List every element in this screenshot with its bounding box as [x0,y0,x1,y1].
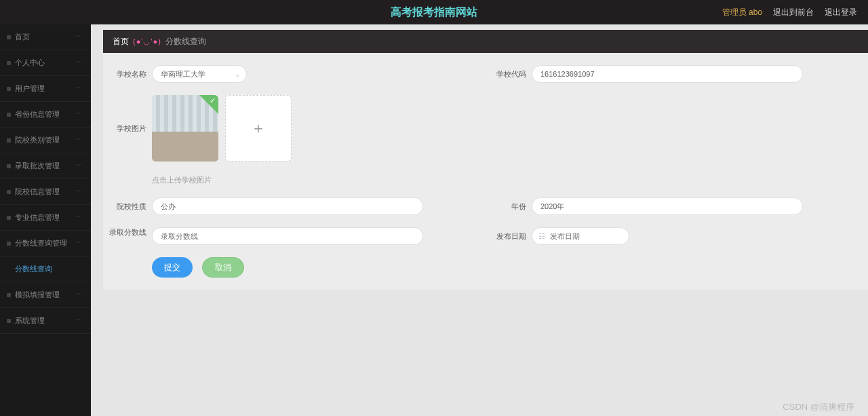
chevron-down-icon: ﹀ [75,33,81,41]
upload-hint: 点击上传学校图片 [108,175,854,185]
school-code-input[interactable] [532,65,803,83]
sidebar: 首页﹀ 个人中心﹀ 用户管理﹀ 省份信息管理﹀ 院校类别管理﹀ 录取批次管理﹀ … [0,24,91,416]
sidebar-item-label: 首页 [15,32,30,42]
form-panel: 学校名称 ⌄ 学校代码 学校图片 [103,53,868,290]
sidebar-item-label: 省份信息管理 [15,109,60,119]
sidebar-item-label: 系统管理 [15,316,45,326]
school-type-input[interactable] [152,197,423,215]
chevron-down-icon: ﹀ [75,136,81,145]
chevron-down-icon: ﹀ [75,58,81,67]
school-name-label: 学校名称 [108,69,146,79]
chevron-down-icon: ﹀ [75,316,81,325]
sidebar-item-label: 个人中心 [15,58,45,68]
school-name-select[interactable] [152,65,247,83]
breadcrumb-separator-icon: (●'◡'●) [133,37,161,46]
pubdate-input[interactable] [532,227,629,245]
chevron-down-icon: ﹀ [75,110,81,119]
sidebar-item-mock-apply[interactable]: 模拟填报管理﹀ [0,282,91,308]
sidebar-item-home[interactable]: 首页﹀ [0,24,91,50]
sidebar-item-system[interactable]: 系统管理﹀ [0,308,91,334]
calendar-icon: ☷ [538,232,545,241]
check-icon: ✓ [210,96,216,105]
breadcrumb: 首页 (●'◡'●) 分数线查询 [103,30,868,53]
score-input[interactable] [152,227,423,245]
site-title: 高考报考指南网站 [391,5,477,20]
cancel-button[interactable]: 取消 [202,257,244,278]
sidebar-item-label: 专业信息管理 [15,212,60,223]
plus-icon: ＋ [251,118,266,138]
breadcrumb-current: 分数线查询 [165,36,206,48]
sidebar-item-label: 用户管理 [15,83,45,94]
school-type-label: 院校性质 [108,202,146,212]
upload-add-button[interactable]: ＋ [225,95,292,162]
sidebar-item-school-info[interactable]: 院校信息管理﹀ [0,179,91,205]
sidebar-item-profile[interactable]: 个人中心﹀ [0,50,91,76]
top-header: 高考报考指南网站 管理员 abo 退出到前台 退出登录 [0,0,868,24]
school-image-label: 学校图片 [108,124,146,134]
main-content: 首页 (●'◡'●) 分数线查询 学校名称 ⌄ 学校代码 学校图 [91,24,868,416]
pubdate-label: 发布日期 [488,231,526,242]
watermark: CSDN @清爽程序 [783,401,854,413]
score-label: 录取分数线 [108,227,146,237]
submit-button[interactable]: 提交 [152,257,193,278]
sidebar-item-label: 分数线查询管理 [15,238,67,248]
chevron-down-icon: ﹀ [75,162,81,170]
admin-link[interactable]: 管理员 abo [722,7,762,18]
chevron-down-icon: ﹀ [75,239,81,248]
year-input[interactable] [532,197,803,215]
logout-front-link[interactable]: 退出到前台 [773,7,814,18]
logout-link[interactable]: 退出登录 [825,7,857,18]
sidebar-item-label: 模拟填报管理 [15,290,60,300]
top-right-links: 管理员 abo 退出到前台 退出登录 [722,7,857,18]
sidebar-item-major-info[interactable]: 专业信息管理﹀ [0,205,91,231]
sidebar-item-label: 录取批次管理 [15,161,60,171]
chevron-down-icon: ﹀ [75,187,81,196]
uploaded-image-thumb[interactable]: ✓ [152,95,218,162]
sidebar-item-label: 院校信息管理 [15,187,60,197]
sidebar-item-users[interactable]: 用户管理﹀ [0,76,91,102]
sidebar-item-label: 分数线查询 [15,264,52,274]
sidebar-item-school-category[interactable]: 院校类别管理﹀ [0,128,91,153]
chevron-down-icon: ﹀ [75,290,81,299]
sidebar-item-score-query[interactable]: 分数线查询 [0,257,91,282]
sidebar-item-score-query-mgmt[interactable]: 分数线查询管理﹀ [0,231,91,257]
year-label: 年份 [488,202,526,212]
school-code-label: 学校代码 [488,69,526,79]
breadcrumb-home[interactable]: 首页 [113,36,129,48]
sidebar-item-label: 院校类别管理 [15,135,60,145]
sidebar-item-province[interactable]: 省份信息管理﹀ [0,102,91,128]
sidebar-item-admission-batch[interactable]: 录取批次管理﹀ [0,153,91,179]
chevron-down-icon: ﹀ [75,84,81,93]
chevron-down-icon: ﹀ [75,213,81,222]
